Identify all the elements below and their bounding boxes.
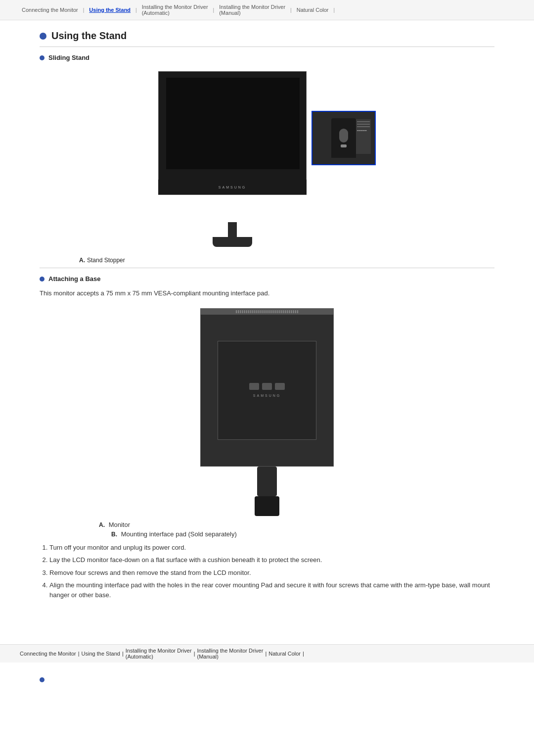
ruler-line: [250, 310, 251, 313]
ruler-line: [236, 310, 237, 313]
port-1: [249, 383, 259, 390]
port-row-1: [249, 383, 285, 390]
back-stand: [255, 467, 279, 516]
ruler-line: [248, 310, 249, 313]
bottom-bullet: [40, 677, 44, 682]
bottom-nav: Connecting the Monitor | Using the Stand…: [0, 644, 534, 662]
nav-sep-1: |: [82, 7, 86, 13]
ruler-line: [242, 310, 243, 313]
ruler-line: [244, 310, 245, 313]
ruler-line: [287, 310, 288, 313]
nav-item-driver-manual[interactable]: Installing the Monitor Driver(Manual): [217, 3, 287, 17]
stand-stopper-text: Stand Stopper: [87, 257, 125, 264]
step-2: Lay the LCD monitor face-down on a flat …: [49, 555, 494, 565]
ruler-line: [260, 310, 261, 313]
monitor-inset-image: ━━━━━: [312, 111, 376, 165]
ruler-line: [266, 310, 267, 313]
inset-line-3: [357, 126, 370, 127]
ruler-line: [285, 310, 286, 313]
section1-label: Sliding Stand: [48, 54, 89, 61]
nav-item-natural-color[interactable]: Natural Color: [295, 6, 331, 14]
inset-line-1: [357, 121, 370, 122]
steps-list: Turn off your monitor and unplug its pow…: [49, 543, 494, 600]
ruler-line: [246, 310, 247, 313]
title-bullet: [40, 33, 46, 40]
main-content: Using the Stand Sliding Stand SAMSUNG: [0, 20, 534, 629]
ruler-line: [262, 310, 263, 313]
page-title: Using the Stand: [51, 30, 127, 42]
caption-b-label: B.: [111, 531, 117, 538]
nav-item-stand[interactable]: Using the Stand: [87, 6, 133, 14]
monitor-stand-neck: [228, 222, 237, 237]
bottom-sep-1: |: [78, 651, 80, 657]
inset-stand-detail: [331, 118, 356, 158]
caption-a-text: Monitor: [109, 521, 130, 528]
port-3: [275, 383, 285, 390]
top-nav: Connecting the Monitor | Using the Stand…: [0, 0, 534, 20]
ruler-line: [297, 310, 298, 313]
section1-bullet: [40, 55, 44, 60]
nav-item-connecting[interactable]: Connecting the Monitor: [20, 6, 80, 14]
caption-b-row: B. Mounting interface pad (Sold separate…: [111, 530, 494, 538]
caption-b-text: Mounting interface pad (Sold separately): [121, 530, 237, 538]
ruler-lines: [236, 310, 298, 313]
back-ruler: [201, 309, 333, 315]
bottom-sep-2: |: [122, 651, 124, 657]
ruler-line: [258, 310, 259, 313]
ruler-line: [281, 310, 282, 313]
monitor-image-area: SAMSUNG ━━━━━: [40, 71, 494, 252]
ruler-line: [289, 310, 290, 313]
ruler-line: [271, 310, 272, 313]
ruler-line: [283, 310, 284, 313]
bottom-nav-stand[interactable]: Using the Stand: [82, 651, 120, 657]
back-monitor-panel: samsung: [201, 315, 333, 466]
nav-sep-5: |: [333, 7, 336, 13]
bottom-nav-natural-color[interactable]: Natural Color: [268, 651, 301, 657]
monitor-stand-base: [213, 237, 252, 247]
ruler-line: [252, 310, 253, 313]
monitor-screen: [166, 78, 300, 169]
inset-screw: [341, 144, 347, 147]
page-title-row: Using the Stand: [40, 30, 494, 42]
ruler-line: [293, 310, 294, 313]
nav-sep-4: |: [289, 7, 293, 13]
inset-side-panel: ━━━━━: [356, 119, 371, 154]
section2-subtitle: Attaching a Base: [40, 275, 494, 283]
ruler-line: [256, 310, 257, 313]
caption-a-label: A.: [99, 521, 105, 528]
ruler-line: [279, 310, 280, 313]
ruler-line: [264, 310, 265, 313]
bottom-nav-driver-auto[interactable]: Installing the Monitor Driver(Automatic): [126, 648, 192, 660]
back-stand-base: [255, 496, 279, 516]
back-monitor-body: samsung: [200, 308, 334, 467]
back-panel-ports: samsung: [218, 341, 316, 440]
bottom-sep-3: |: [194, 651, 195, 657]
title-divider: [40, 47, 494, 47]
bottom-nav-connecting[interactable]: Connecting the Monitor: [20, 651, 76, 657]
section2-label: Attaching a Base: [48, 275, 100, 283]
monitor-bezel: SAMSUNG: [158, 180, 307, 194]
bottom-sep-4: |: [265, 651, 267, 657]
ruler-line: [269, 310, 270, 313]
description-text: This monitor accepts a 75 mm x 75 mm VES…: [40, 288, 494, 298]
monitor-main-wrap: SAMSUNG: [158, 71, 307, 222]
monitor-main-image: SAMSUNG: [158, 71, 307, 195]
back-monitor-area: samsung: [40, 308, 494, 516]
page-wrapper: Connecting the Monitor | Using the Stand…: [0, 0, 534, 756]
ruler-line: [240, 310, 241, 313]
ruler-line: [291, 310, 292, 313]
ruler-line: [254, 310, 255, 313]
step-4: Align the mounting interface pad with th…: [49, 580, 494, 600]
ruler-line: [238, 310, 239, 313]
ruler-line: [275, 310, 276, 313]
bottom-nav-driver-manual[interactable]: Installing the Monitor Driver(Manual): [197, 648, 263, 660]
section2-bullet: [40, 277, 44, 282]
caption-a-row: A. Monitor: [99, 521, 494, 528]
bottom-sep-5: |: [303, 651, 304, 657]
nav-item-driver-auto[interactable]: Installing the Monitor Driver(Automatic): [140, 3, 210, 17]
stand-stopper-caption: A.Stand Stopper: [79, 257, 494, 264]
ruler-line: [267, 310, 268, 313]
ruler-line: [273, 310, 274, 313]
ruler-line: [295, 310, 296, 313]
monitor-brand-logo: samsung: [253, 394, 281, 397]
